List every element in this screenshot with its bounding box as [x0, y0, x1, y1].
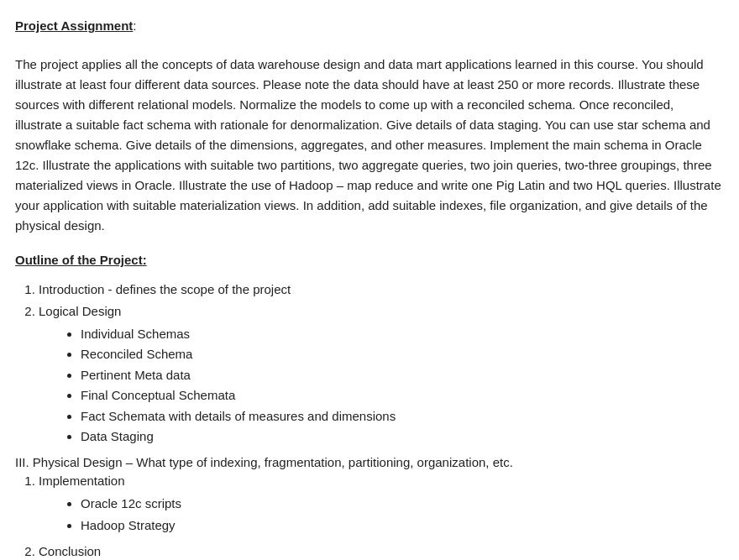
- logical-design-bullets: Individual Schemas Reconciled Schema Per…: [81, 325, 724, 447]
- introduction-label: Introduction - defines the scope of the …: [39, 282, 291, 296]
- project-assignment-title: Project Assignment: [15, 18, 133, 33]
- list-item-implementation: Implementation Oracle 12c scripts Hadoop…: [39, 472, 724, 536]
- conclusion-label: Conclusion: [39, 544, 101, 558]
- bullet-pertinent-meta-data: Pertinent Meta data: [81, 366, 724, 385]
- bullet-oracle-scripts: Oracle 12c scripts: [81, 495, 724, 514]
- logical-design-label: Logical Design: [39, 304, 121, 318]
- implementation-bullets: Oracle 12c scripts Hadoop Strategy: [81, 495, 724, 536]
- page-container: Project Assignment: The project applies …: [15, 17, 724, 560]
- list-item-logical-design: Logical Design Individual Schemas Reconc…: [39, 302, 724, 447]
- bullet-final-conceptual: Final Conceptual Schemata: [81, 386, 724, 406]
- physical-design-section: III. Physical Design – What type of inde…: [15, 453, 724, 561]
- list-item-conclusion: Conclusion: [39, 542, 724, 561]
- main-numbered-list: Introduction - defines the scope of the …: [39, 280, 724, 447]
- outline-title: Outline of the Project:: [15, 251, 724, 270]
- project-assignment-header: Project Assignment:: [15, 17, 724, 36]
- bullet-fact-schemata: Fact Schemata with details of measures a…: [81, 407, 724, 427]
- implementation-label: Implementation: [39, 474, 125, 488]
- list-item-introduction: Introduction - defines the scope of the …: [39, 280, 724, 300]
- bullet-hadoop-strategy: Hadoop Strategy: [81, 516, 724, 536]
- implementation-list: Implementation Oracle 12c scripts Hadoop…: [39, 472, 724, 560]
- project-description: The project applies all the concepts of …: [15, 55, 724, 236]
- bullet-reconciled-schema: Reconciled Schema: [81, 345, 724, 364]
- bullet-data-staging: Data Staging: [81, 427, 724, 447]
- physical-design-label: III. Physical Design – What type of inde…: [15, 453, 724, 473]
- bullet-individual-schemas: Individual Schemas: [81, 325, 724, 344]
- project-assignment-colon: :: [133, 18, 136, 33]
